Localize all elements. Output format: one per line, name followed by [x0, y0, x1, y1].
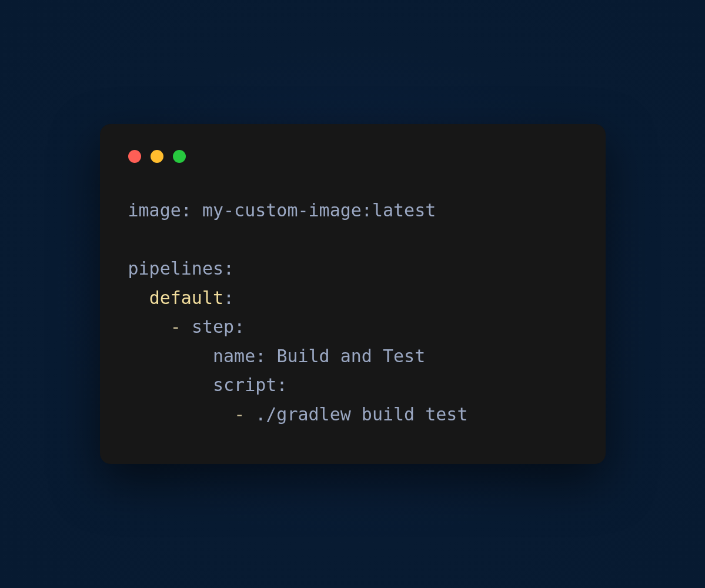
yaml-colon: : [223, 288, 234, 308]
minimize-icon[interactable] [151, 150, 163, 163]
yaml-value: my-custom-image:latest [202, 200, 436, 220]
yaml-value: ./gradlew build test [255, 404, 467, 425]
indent [128, 346, 213, 366]
indent [128, 375, 213, 395]
yaml-colon: : [223, 258, 234, 279]
yaml-dash: - [171, 316, 192, 337]
yaml-value: Build and Test [276, 346, 425, 366]
yaml-colon: : [181, 200, 202, 220]
yaml-colon: : [255, 346, 276, 366]
yaml-key: image [128, 200, 181, 220]
close-icon[interactable] [128, 150, 141, 163]
code-block: image: my-custom-image:latest pipelines:… [128, 196, 577, 429]
window-traffic-lights [128, 150, 577, 163]
yaml-colon: : [276, 375, 287, 395]
yaml-key: step [192, 316, 234, 337]
indent [128, 316, 171, 337]
zoom-icon[interactable] [173, 150, 186, 163]
indent [128, 404, 235, 425]
yaml-colon: : [234, 316, 245, 337]
code-window: image: my-custom-image:latest pipelines:… [100, 124, 606, 464]
yaml-dash: - [234, 404, 255, 425]
yaml-key: script [213, 375, 276, 395]
yaml-key: pipelines [128, 258, 224, 279]
indent [128, 288, 149, 308]
yaml-key: name [213, 346, 255, 366]
yaml-key-highlight: default [149, 288, 223, 308]
